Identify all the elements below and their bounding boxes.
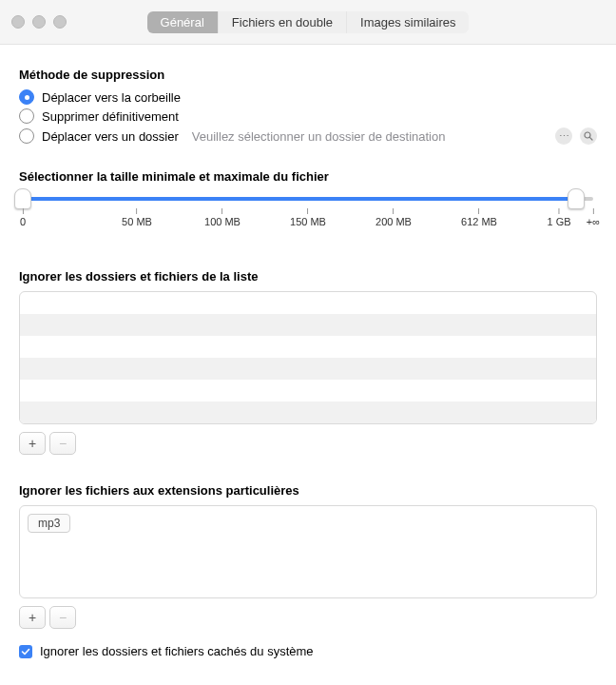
size-tick: 612 MB: [461, 208, 497, 227]
size-tick: 200 MB: [375, 208, 412, 227]
close-window-button[interactable]: [11, 15, 25, 29]
size-slider-max-thumb[interactable]: [568, 188, 585, 209]
deletion-option-row: Déplacer vers un dossierVeuillez sélecti…: [19, 127, 597, 145]
list-row[interactable]: [20, 358, 596, 380]
ignore-hidden-row: Ignorer les dossiers et fichiers cachés …: [19, 644, 597, 658]
deletion-option-label: Déplacer vers un dossier: [42, 129, 179, 144]
size-tick: 150 MB: [290, 208, 326, 227]
preferences-window: GénéralFichiers en doubleImages similair…: [0, 0, 616, 685]
ignore-folders-list[interactable]: [19, 291, 597, 424]
extension-tag[interactable]: mp3: [28, 514, 70, 533]
tab-fichiers-en-double[interactable]: Fichiers en double: [219, 11, 347, 33]
deletion-option-radio[interactable]: [19, 108, 34, 124]
remove-folder-button[interactable]: −: [49, 432, 76, 455]
window-controls: [11, 15, 67, 29]
size-tick: 50 MB: [122, 208, 152, 227]
size-slider: 050 MB100 MB150 MB200 MB612 MB1 GB+∞: [19, 197, 597, 231]
deletion-option-row: Déplacer vers la corbeille: [19, 89, 597, 105]
size-slider-min-thumb[interactable]: [14, 188, 31, 209]
ignore-ext-title: Ignorer les fichiers aux extensions part…: [19, 483, 597, 498]
tab-bar: GénéralFichiers en doubleImages similair…: [147, 11, 470, 33]
list-row[interactable]: [20, 336, 596, 358]
size-slider-ticks: 050 MB100 MB150 MB200 MB612 MB1 GB+∞: [23, 208, 593, 231]
ignore-ext-list[interactable]: mp3: [19, 505, 597, 598]
deletion-option-radio[interactable]: [19, 128, 34, 144]
deletion-option-radio[interactable]: [19, 89, 34, 105]
minimize-window-button[interactable]: [32, 15, 46, 29]
ignore-ext-buttons: + −: [19, 606, 597, 629]
deletion-method-title: Méthode de suppression: [19, 68, 597, 82]
list-row[interactable]: [20, 401, 596, 423]
size-slider-track[interactable]: [23, 197, 593, 201]
content: Méthode de suppression Déplacer vers la …: [0, 45, 616, 685]
list-row[interactable]: [20, 314, 596, 336]
ignore-folders-buttons: + −: [19, 432, 597, 455]
size-slider-fill: [23, 197, 576, 201]
ignore-hidden-checkbox[interactable]: [19, 645, 32, 658]
size-tick: +∞: [587, 208, 600, 227]
remove-ext-button[interactable]: −: [49, 606, 76, 629]
toolbar: GénéralFichiers en doubleImages similair…: [0, 0, 616, 45]
add-ext-button[interactable]: +: [19, 606, 46, 629]
size-tick: 1 GB: [547, 208, 570, 227]
ignore-folders-title: Ignorer les dossiers et fichiers de la l…: [19, 269, 597, 284]
size-tick: 100 MB: [204, 208, 241, 227]
list-row[interactable]: [20, 380, 596, 401]
destination-folder-placeholder: Veuillez sélectionner un dossier de dest…: [192, 129, 446, 144]
list-row[interactable]: [20, 292, 596, 314]
deletion-option-label: Déplacer vers la corbeille: [42, 90, 181, 105]
reveal-folder-icon[interactable]: [580, 127, 597, 145]
tab-général[interactable]: Général: [147, 11, 219, 33]
tab-images-similaires[interactable]: Images similaires: [347, 11, 469, 33]
ignore-hidden-label: Ignorer les dossiers et fichiers cachés …: [40, 644, 314, 658]
choose-folder-icon[interactable]: ⋯: [555, 127, 572, 145]
deletion-method-group: Déplacer vers la corbeilleSupprimer défi…: [19, 89, 597, 145]
zoom-window-button[interactable]: [53, 15, 67, 29]
size-tick: 0: [20, 208, 26, 227]
deletion-option-label: Supprimer définitivement: [42, 109, 179, 124]
add-folder-button[interactable]: +: [19, 432, 46, 455]
size-slider-title: Sélectionner la taille minimale et maxim…: [19, 169, 597, 184]
svg-line-1: [589, 137, 592, 140]
destination-folder-actions: ⋯: [555, 127, 597, 145]
deletion-option-row: Supprimer définitivement: [19, 108, 597, 124]
